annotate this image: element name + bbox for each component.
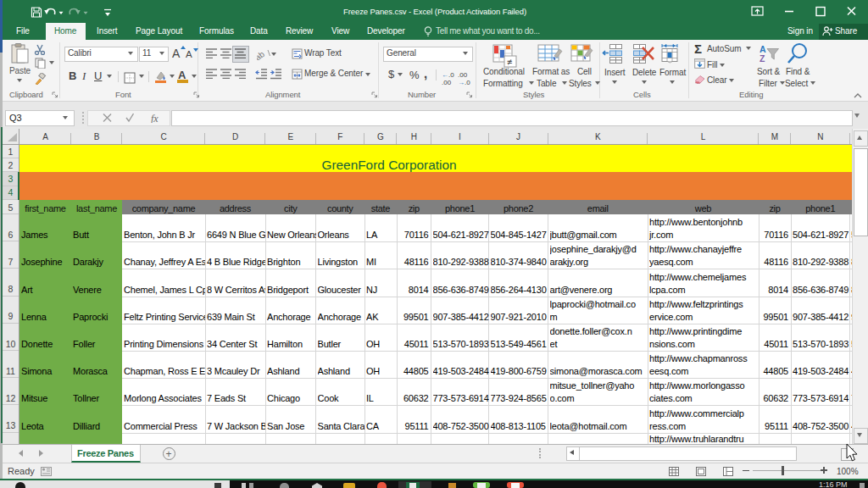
svg-text:≠: ≠ xyxy=(507,57,512,67)
svg-text:Z: Z xyxy=(760,53,765,64)
svg-text:ab: ab xyxy=(257,49,266,60)
svg-text:fx: fx xyxy=(151,113,159,123)
